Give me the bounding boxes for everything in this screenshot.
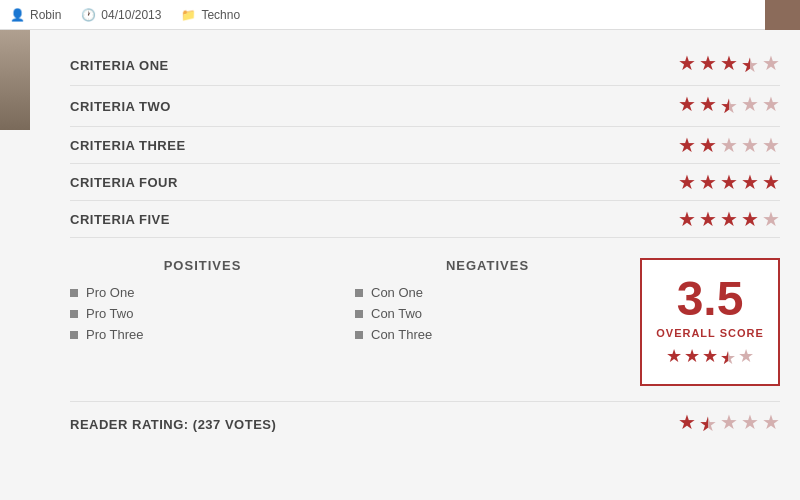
star-full: ★ [762, 172, 780, 192]
overall-score-box: 3.5 OVERALL SCORE ★★★★★★ [640, 258, 780, 386]
date-value: 04/10/2013 [101, 8, 161, 22]
bullet-icon [355, 331, 363, 339]
date-info: 04/10/2013 [81, 8, 161, 22]
clock-icon [81, 8, 96, 22]
con-text: Con One [371, 285, 423, 300]
star-full: ★ [741, 209, 759, 229]
star-empty: ★ [762, 94, 780, 118]
star-empty: ★ [720, 412, 738, 436]
criteria-stars-1: ★★★★★★ [678, 53, 780, 77]
negatives-section: NEGATIVES Con OneCon TwoCon Three [355, 258, 640, 386]
con-item-2: Con Two [355, 306, 620, 321]
criteria-row-3: CRITERIA THREE ★★★★★ [70, 127, 780, 164]
con-item-1: Con One [355, 285, 620, 300]
star-empty: ★ [762, 135, 780, 155]
bullet-icon [70, 310, 78, 318]
criteria-row-4: CRITERIA FOUR ★★★★★ [70, 164, 780, 201]
negatives-title: NEGATIVES [355, 258, 620, 273]
top-bar: Robin 04/10/2013 Techno [0, 0, 800, 30]
bottom-section: POSITIVES Pro OnePro TwoPro Three NEGATI… [70, 258, 780, 386]
star-full: ★ [741, 172, 759, 192]
star-half: ★★ [720, 94, 738, 118]
author-info: Robin [10, 8, 61, 22]
star-half: ★★ [741, 53, 759, 77]
left-accent [0, 30, 30, 130]
category-info: Techno [181, 8, 240, 22]
reader-rating-label: READER RATING: (237 VOTES) [70, 417, 276, 432]
criteria-label-1: CRITERIA ONE [70, 58, 169, 73]
bullet-icon [355, 310, 363, 318]
con-text: Con Two [371, 306, 422, 321]
score-number: 3.5 [677, 275, 744, 323]
star-empty: ★ [741, 94, 759, 118]
pro-text: Pro Three [86, 327, 144, 342]
star-empty: ★ [738, 347, 754, 369]
criteria-label-4: CRITERIA FOUR [70, 175, 178, 190]
star-empty: ★ [741, 135, 759, 155]
criteria-stars-2: ★★★★★★ [678, 94, 780, 118]
con-item-3: Con Three [355, 327, 620, 342]
criteria-stars-5: ★★★★★ [678, 209, 780, 229]
criteria-row-1: CRITERIA ONE ★★★★★★ [70, 45, 780, 86]
reader-rating-stars: ★★★★★★ [678, 412, 780, 436]
thumbnail [765, 0, 800, 30]
star-full: ★ [720, 209, 738, 229]
star-empty: ★ [720, 135, 738, 155]
bullet-icon [70, 331, 78, 339]
pro-text: Pro Two [86, 306, 133, 321]
pro-text: Pro One [86, 285, 134, 300]
star-full: ★ [699, 135, 717, 155]
pro-item-1: Pro One [70, 285, 335, 300]
star-full: ★ [678, 53, 696, 77]
criteria-row-2: CRITERIA TWO ★★★★★★ [70, 86, 780, 127]
cons-list: Con OneCon TwoCon Three [355, 285, 620, 342]
criteria-label-5: CRITERIA FIVE [70, 212, 170, 227]
con-text: Con Three [371, 327, 432, 342]
pro-item-2: Pro Two [70, 306, 335, 321]
star-full: ★ [702, 347, 718, 369]
star-full: ★ [678, 209, 696, 229]
criteria-stars-3: ★★★★★ [678, 135, 780, 155]
overall-stars: ★★★★★★ [666, 347, 754, 369]
star-full: ★ [699, 94, 717, 118]
pro-item-3: Pro Three [70, 327, 335, 342]
star-half: ★★ [699, 412, 717, 436]
star-full: ★ [678, 135, 696, 155]
star-empty: ★ [762, 53, 780, 77]
criteria-label-2: CRITERIA TWO [70, 99, 171, 114]
reader-rating-row: READER RATING: (237 VOTES) ★★★★★★ [70, 401, 780, 436]
criteria-list: CRITERIA ONE ★★★★★★ CRITERIA TWO ★★★★★★ … [70, 45, 780, 238]
author-name: Robin [30, 8, 61, 22]
star-full: ★ [678, 94, 696, 118]
positives-title: POSITIVES [70, 258, 335, 273]
positives-section: POSITIVES Pro OnePro TwoPro Three [70, 258, 355, 386]
star-full: ★ [720, 172, 738, 192]
person-icon [10, 8, 25, 22]
score-label: OVERALL SCORE [656, 327, 764, 339]
star-empty: ★ [762, 209, 780, 229]
star-full: ★ [666, 347, 682, 369]
star-full: ★ [720, 53, 738, 77]
star-full: ★ [699, 172, 717, 192]
pros-list: Pro OnePro TwoPro Three [70, 285, 335, 342]
category-value: Techno [201, 8, 240, 22]
star-half: ★★ [720, 347, 736, 369]
bullet-icon [70, 289, 78, 297]
criteria-label-3: CRITERIA THREE [70, 138, 186, 153]
star-full: ★ [684, 347, 700, 369]
criteria-stars-4: ★★★★★ [678, 172, 780, 192]
star-empty: ★ [741, 412, 759, 436]
star-full: ★ [678, 412, 696, 436]
bullet-icon [355, 289, 363, 297]
main-content: CRITERIA ONE ★★★★★★ CRITERIA TWO ★★★★★★ … [0, 30, 800, 500]
star-full: ★ [699, 209, 717, 229]
folder-icon [181, 8, 196, 22]
star-empty: ★ [762, 412, 780, 436]
star-full: ★ [699, 53, 717, 77]
star-full: ★ [678, 172, 696, 192]
criteria-row-5: CRITERIA FIVE ★★★★★ [70, 201, 780, 238]
